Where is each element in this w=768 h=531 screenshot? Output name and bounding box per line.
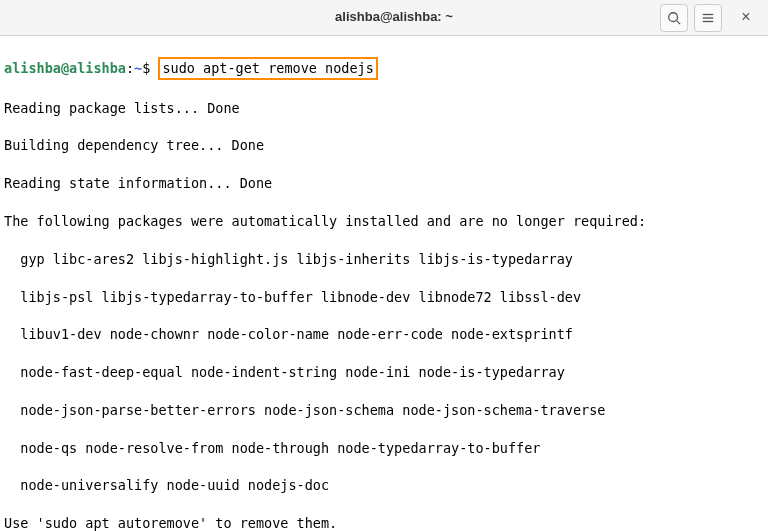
output-line: Reading state information... Done — [4, 174, 764, 193]
command-highlight: sudo apt-get remove nodejs — [158, 57, 377, 80]
output-line: libuv1-dev node-chownr node-color-name n… — [4, 325, 764, 344]
titlebar-controls: × — [660, 4, 760, 32]
search-icon — [667, 11, 681, 25]
output-line: node-fast-deep-equal node-indent-string … — [4, 363, 764, 382]
search-button[interactable] — [660, 4, 688, 32]
close-button[interactable]: × — [732, 4, 760, 32]
prompt-userhost: alishba@alishba — [4, 60, 126, 76]
svg-line-1 — [677, 20, 681, 24]
prompt-dollar: $ — [142, 60, 158, 76]
svg-point-0 — [669, 12, 678, 21]
prompt-path: ~ — [134, 60, 142, 76]
window-title: alishba@alishba: ~ — [128, 8, 660, 26]
output-line: Reading package lists... Done — [4, 99, 764, 118]
output-line: node-universalify node-uuid nodejs-doc — [4, 476, 764, 495]
output-line: Building dependency tree... Done — [4, 136, 764, 155]
terminal-output[interactable]: alishba@alishba:~$ sudo apt-get remove n… — [0, 36, 768, 531]
output-line: gyp libc-ares2 libjs-highlight.js libjs-… — [4, 250, 764, 269]
hamburger-icon — [701, 11, 715, 25]
output-line: The following packages were automaticall… — [4, 212, 764, 231]
close-icon: × — [741, 6, 750, 28]
output-line: node-json-parse-better-errors node-json-… — [4, 401, 764, 420]
prompt-colon: : — [126, 60, 134, 76]
menu-button[interactable] — [694, 4, 722, 32]
output-line: libjs-psl libjs-typedarray-to-buffer lib… — [4, 288, 764, 307]
prompt-line: alishba@alishba:~$ sudo apt-get remove n… — [4, 57, 764, 80]
output-line: node-qs node-resolve-from node-through n… — [4, 439, 764, 458]
titlebar: alishba@alishba: ~ × — [0, 0, 768, 36]
output-line: Use 'sudo apt autoremove' to remove them… — [4, 514, 764, 531]
